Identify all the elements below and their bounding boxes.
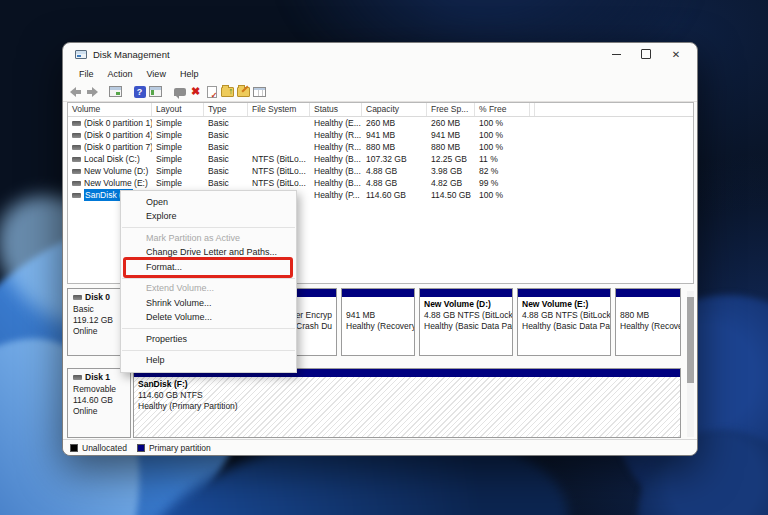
console-tree-icon[interactable] [149,85,162,98]
disk-subline: 119.12 GB [73,315,126,326]
column-header-Volume[interactable]: Volume [68,103,152,116]
scrollbar-thumb[interactable] [687,297,694,383]
percent-free-cell: 100 % [475,117,530,129]
folder-edit-icon[interactable] [237,85,250,98]
partition-title: SanDisk (F:) [138,379,676,390]
column-header-Type[interactable]: Type [204,103,248,116]
partition-line: Healthy (Primary Partition) [138,401,676,412]
context-menu-item-explore[interactable]: Explore [121,210,296,225]
column-header-Layout[interactable]: Layout [152,103,204,116]
partition-body: New Volume (E:)4.88 GB NTFS (BitLockeHea… [518,297,610,355]
table-row[interactable]: New Volume (D:)SimpleBasicNTFS (BitLo...… [68,165,693,177]
partition-box[interactable]: SanDisk (F:)114.60 GB NTFSHealthy (Prima… [133,368,681,438]
column-header-blank[interactable] [530,103,535,116]
status-cell: Healthy (R... [310,141,362,153]
table-row[interactable]: (Disk 0 partition 1)SimpleBasicHealthy (… [68,117,693,129]
partition-status-bar [342,289,414,297]
minimize-button[interactable] [601,43,631,65]
partition-status-bar [420,289,512,297]
column-header-File System[interactable]: File System [248,103,310,116]
status-cell: Healthy (R... [310,129,362,141]
columns-icon[interactable] [253,85,266,98]
status-cell: Healthy (P... [310,189,362,201]
context-menu-item-help[interactable]: Help [121,354,296,369]
partition-box[interactable]: New Volume (D:)4.88 GB NTFS (BitLockeHea… [419,288,513,356]
type-cell: Basic [204,165,248,177]
partition-box[interactable]: 941 MBHealthy (Recovery [341,288,415,356]
menu-action[interactable]: Action [101,67,140,81]
capacity-cell: 107.32 GB [362,153,427,165]
disk-name-text: Disk 1 [85,372,110,382]
context-menu-item-extend-volume: Extend Volume... [121,282,296,297]
type-cell: Basic [204,153,248,165]
volume-name: (Disk 0 partition 4) [84,129,152,141]
disk-subline: 114.60 GB [73,395,126,406]
back-icon[interactable] [69,85,82,98]
console-window-icon[interactable] [109,85,122,98]
drive-icon [72,145,81,150]
legend-item: Unallocated [70,443,127,453]
menu-help[interactable]: Help [173,67,206,81]
volume-cell: New Volume (E:) [68,177,152,189]
partition-box[interactable]: 880 MBHealthy (Recovery [615,288,681,356]
context-menu-item-open[interactable]: Open [121,195,296,210]
disk-subline: Basic [73,304,126,315]
table-row[interactable]: Local Disk (C:)SimpleBasicNTFS (BitLo...… [68,153,693,165]
partition-title: New Volume (D:) [424,299,508,310]
volume-name: (Disk 0 partition 1) [84,117,152,129]
partition-strip: SanDisk (F:)114.60 GB NTFSHealthy (Prima… [133,368,685,438]
layout-cell: Simple [152,165,204,177]
legend-item: Primary partition [137,443,211,453]
free-space-cell: 941 MB [427,129,475,141]
column-header-% Free[interactable]: % Free [475,103,530,116]
help-icon[interactable]: ? [133,85,146,98]
action-pane-icon[interactable] [173,85,186,98]
forward-icon[interactable] [85,85,98,98]
close-button[interactable]: ✕ [661,43,691,65]
partition-line: 4.88 GB NTFS (BitLocke [522,310,606,321]
context-menu-item-properties[interactable]: Properties [121,332,296,347]
capacity-cell: 260 MB [362,117,427,129]
delete-icon[interactable]: ✖ [189,85,202,98]
menu-separator [122,278,295,279]
partition-box[interactable]: New Volume (E:)4.88 GB NTFS (BitLockeHea… [517,288,611,356]
context-menu-item-delete-volume[interactable]: Delete Volume... [121,311,296,326]
vertical-scrollbar[interactable] [687,291,694,437]
type-cell: Basic [204,177,248,189]
context-menu-item-format[interactable]: Format... [121,260,296,275]
filesystem-cell: NTFS (BitLo... [248,153,310,165]
volume-name: Local Disk (C:) [84,153,140,165]
table-row[interactable]: New Volume (E:)SimpleBasicNTFS (BitLo...… [68,177,693,189]
document-check-icon[interactable] [205,85,218,98]
column-header-Capacity[interactable]: Capacity [362,103,427,116]
partition-line: 114.60 GB NTFS [138,390,676,401]
percent-free-cell: 11 % [475,153,530,165]
drive-icon [72,169,81,174]
column-header-Status[interactable]: Status [310,103,362,116]
title-bar[interactable]: Disk Management ✕ [63,43,697,65]
table-row[interactable]: (Disk 0 partition 4)SimpleBasicHealthy (… [68,129,693,141]
partition-status-bar [518,289,610,297]
free-space-cell: 880 MB [427,141,475,153]
partition-line: 4.88 GB NTFS (BitLocke [424,310,508,321]
menu-view[interactable]: View [140,67,173,81]
volume-name: New Volume (D:) [84,165,148,177]
free-space-cell: 4.82 GB [427,177,475,189]
table-row[interactable]: (Disk 0 partition 7)SimpleBasicHealthy (… [68,141,693,153]
menu-file[interactable]: File [72,67,101,81]
layout-cell: Simple [152,117,204,129]
column-header-Free Sp...[interactable]: Free Sp... [427,103,475,116]
partition-line: 880 MB [620,310,676,321]
folder-open-icon[interactable] [221,85,234,98]
status-cell: Healthy (B... [310,153,362,165]
maximize-button[interactable] [631,43,661,65]
filler-cell [530,165,534,177]
partition-title [620,299,676,310]
context-menu-item-change-drive-letter-and-paths[interactable]: Change Drive Letter and Paths... [121,246,296,261]
disk-subline: Online [73,326,126,337]
volume-cell: New Volume (D:) [68,165,152,177]
capacity-cell: 4.88 GB [362,177,427,189]
menu-bar: FileActionViewHelp [63,65,697,82]
disk-label-1[interactable]: Disk 1Removable114.60 GBOnline [67,368,131,438]
context-menu-item-shrink-volume[interactable]: Shrink Volume... [121,296,296,311]
